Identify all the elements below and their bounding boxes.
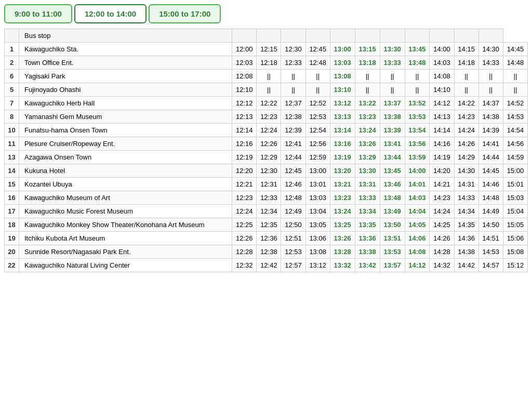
table-row: 16Kawaguchiko Museum of Art12:2312:3312:… bbox=[5, 191, 528, 205]
time-cell: 13:21 bbox=[330, 178, 355, 191]
time-cell: 14:51 bbox=[478, 232, 503, 245]
time-cell: 13:45 bbox=[405, 43, 430, 56]
time-cell: 12:33 bbox=[257, 191, 281, 205]
time-cell: 14:45 bbox=[478, 164, 503, 178]
time-cell: 15:05 bbox=[503, 218, 527, 232]
row-num: 22 bbox=[5, 259, 19, 272]
time-cell: 13:19 bbox=[330, 151, 355, 164]
time-cell: 12:15 bbox=[257, 43, 281, 56]
time-cell: 12:24 bbox=[257, 124, 281, 137]
time-cell: || bbox=[380, 70, 405, 83]
time-cell: 13:23 bbox=[355, 110, 380, 124]
time-cell: 14:12 bbox=[430, 97, 454, 110]
time-cell: 12:53 bbox=[305, 110, 330, 124]
time-cell: 12:48 bbox=[281, 191, 305, 205]
table-row: 20Sunnide Resort/Nagasaki Park Ent.12:28… bbox=[5, 245, 528, 259]
time-cell: 14:08 bbox=[405, 245, 430, 259]
time-cell: 14:33 bbox=[478, 56, 503, 70]
time-cell: 13:13 bbox=[330, 110, 355, 124]
time-cell: 13:39 bbox=[380, 124, 405, 137]
time-cell: 14:56 bbox=[503, 137, 527, 151]
time-cell: 14:38 bbox=[454, 245, 478, 259]
header-col bbox=[430, 29, 454, 43]
time-cell: 12:45 bbox=[281, 164, 305, 178]
time-cell: 12:26 bbox=[232, 232, 257, 245]
time-cell: 13:26 bbox=[355, 137, 380, 151]
time-cell: 13:57 bbox=[380, 259, 405, 272]
time-cell: 14:23 bbox=[430, 191, 454, 205]
row-num: 7 bbox=[5, 97, 19, 110]
header-num bbox=[5, 29, 19, 43]
row-num: 8 bbox=[5, 110, 19, 124]
time-cell: || bbox=[405, 83, 430, 97]
time-cell: 13:38 bbox=[355, 245, 380, 259]
time-cell: 12:45 bbox=[305, 43, 330, 56]
time-cell: 13:03 bbox=[330, 56, 355, 70]
time-cell: 13:45 bbox=[380, 164, 405, 178]
time-cell: || bbox=[305, 83, 330, 97]
time-cell: 14:10 bbox=[430, 83, 454, 97]
time-cell: 13:59 bbox=[405, 151, 430, 164]
time-cell: 13:00 bbox=[330, 43, 355, 56]
time-cell: || bbox=[355, 70, 380, 83]
time-cell: 13:30 bbox=[355, 164, 380, 178]
time-cell: 14:44 bbox=[478, 151, 503, 164]
time-cell: 13:51 bbox=[380, 232, 405, 245]
time-cell: 12:13 bbox=[232, 110, 257, 124]
header-col bbox=[405, 29, 430, 43]
time-cell: 12:42 bbox=[257, 259, 281, 272]
row-num: 16 bbox=[5, 191, 19, 205]
time-cell: 12:51 bbox=[281, 232, 305, 245]
time-cell: 12:50 bbox=[281, 218, 305, 232]
time-cell: 14:46 bbox=[478, 178, 503, 191]
row-stop-name: Plesure Cruiser/Ropeway Ent. bbox=[19, 137, 232, 151]
time-cell: 13:04 bbox=[305, 205, 330, 218]
time-cell: 14:52 bbox=[503, 97, 527, 110]
time-cell: 13:34 bbox=[355, 205, 380, 218]
time-cell: 13:36 bbox=[355, 232, 380, 245]
row-stop-name: Sunnide Resort/Nagasaki Park Ent. bbox=[19, 245, 232, 259]
tab-2[interactable]: 15:00 to 17:00 bbox=[149, 4, 221, 23]
time-cell: 13:28 bbox=[330, 245, 355, 259]
time-cell: 14:05 bbox=[405, 218, 430, 232]
time-cell: 13:25 bbox=[330, 218, 355, 232]
row-stop-name: Kukuna Hotel bbox=[19, 164, 232, 178]
time-cell: 14:03 bbox=[405, 191, 430, 205]
time-cell: || bbox=[405, 70, 430, 83]
time-cell: 13:32 bbox=[330, 259, 355, 272]
tab-1[interactable]: 12:00 to 14:00 bbox=[74, 4, 147, 23]
time-cell: 12:25 bbox=[232, 218, 257, 232]
time-cell: || bbox=[355, 83, 380, 97]
time-cell: 15:12 bbox=[503, 259, 527, 272]
time-cell: 12:41 bbox=[281, 137, 305, 151]
time-cell: 14:38 bbox=[478, 110, 503, 124]
time-cell: 14:16 bbox=[430, 137, 454, 151]
time-cell: 12:59 bbox=[305, 151, 330, 164]
row-num: 17 bbox=[5, 205, 19, 218]
time-cell: 12:44 bbox=[281, 151, 305, 164]
time-cell: 12:48 bbox=[305, 56, 330, 70]
header-col bbox=[305, 29, 330, 43]
header-col bbox=[380, 29, 405, 43]
time-cell: 12:31 bbox=[257, 178, 281, 191]
time-cell: 12:39 bbox=[281, 124, 305, 137]
time-cell: 13:31 bbox=[355, 178, 380, 191]
row-stop-name: Yamanashi Gem Museum bbox=[19, 110, 232, 124]
time-cell: 13:44 bbox=[380, 151, 405, 164]
tab-0[interactable]: 9:00 to 11:00 bbox=[4, 4, 72, 23]
time-cell: 14:50 bbox=[478, 218, 503, 232]
time-cell: || bbox=[281, 83, 305, 97]
time-cell: || bbox=[281, 70, 305, 83]
time-cell: 13:30 bbox=[380, 43, 405, 56]
time-cell: 14:57 bbox=[478, 259, 503, 272]
tab-group: 9:00 to 11:0012:00 to 14:0015:00 to 17:0… bbox=[4, 4, 528, 23]
header-col bbox=[454, 29, 478, 43]
time-cell: 14:26 bbox=[454, 137, 478, 151]
table-row: 17Kawaguchiko Music Forest Museum12:2412… bbox=[5, 205, 528, 218]
time-cell: || bbox=[454, 70, 478, 83]
time-cell: 13:33 bbox=[380, 56, 405, 70]
time-cell: 14:19 bbox=[430, 151, 454, 164]
header-col bbox=[330, 29, 355, 43]
time-cell: 13:24 bbox=[330, 205, 355, 218]
time-cell: 12:03 bbox=[232, 56, 257, 70]
